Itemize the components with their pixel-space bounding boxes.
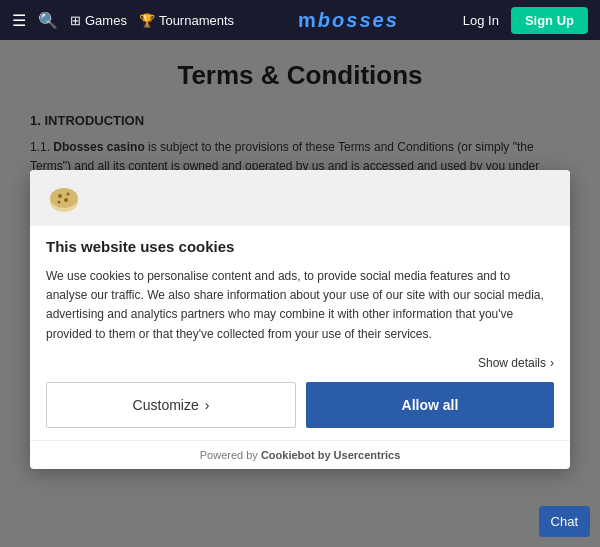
cookie-overlay: This website uses cookies We use cookies…	[0, 40, 600, 547]
cookiebot-link[interactable]: Cookiebot by Usercentrics	[261, 449, 400, 461]
show-details-label: Show details	[478, 356, 546, 370]
chat-button[interactable]: Chat	[539, 506, 590, 537]
cookie-modal: This website uses cookies We use cookies…	[30, 170, 570, 469]
tournaments-label: Tournaments	[159, 13, 234, 28]
chevron-right-icon: ›	[550, 356, 554, 370]
tournaments-icon: 🏆	[139, 13, 155, 28]
navbar: ☰ 🔍 ⊞ Games 🏆 Tournaments mbosses Log In…	[0, 0, 600, 40]
chevron-right-icon-btn: ›	[205, 397, 210, 413]
cookiebot-powered: Powered by Cookiebot by Usercentrics	[30, 440, 570, 469]
svg-point-5	[58, 201, 61, 204]
cookie-header	[30, 170, 570, 226]
customize-button[interactable]: Customize ›	[46, 382, 296, 428]
allow-all-button[interactable]: Allow all	[306, 382, 554, 428]
cookie-actions-row: Customize › Allow all	[30, 378, 570, 440]
cookie-logo-icon	[46, 180, 82, 216]
cookie-title: This website uses cookies	[30, 226, 570, 259]
cookie-body: We use cookies to personalise content an…	[30, 259, 570, 356]
login-button[interactable]: Log In	[463, 13, 499, 28]
nav-tournaments[interactable]: 🏆 Tournaments	[139, 13, 234, 28]
svg-point-2	[58, 194, 62, 198]
main-content: Terms & Conditions 1. INTRODUCTION 1.1. …	[0, 40, 600, 547]
svg-point-3	[67, 193, 70, 196]
games-icon: ⊞	[70, 13, 81, 28]
nav-games[interactable]: ⊞ Games	[70, 13, 127, 28]
hamburger-icon[interactable]: ☰	[12, 11, 26, 30]
show-details-button[interactable]: Show details ›	[478, 356, 554, 370]
site-logo: mbosses	[246, 9, 451, 32]
search-icon[interactable]: 🔍	[38, 11, 58, 30]
games-label: Games	[85, 13, 127, 28]
svg-point-4	[64, 198, 68, 202]
signup-button[interactable]: Sign Up	[511, 7, 588, 34]
svg-point-1	[50, 188, 78, 208]
